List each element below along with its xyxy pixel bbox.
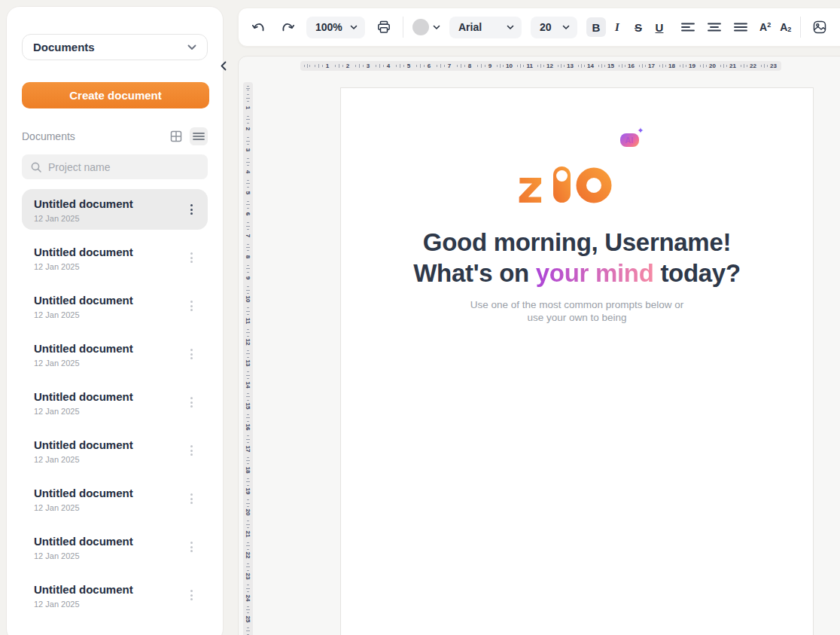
document-title: Untitled document — [34, 438, 133, 453]
greeting-highlight: your mind — [536, 259, 654, 287]
align-left-icon[interactable] — [678, 17, 698, 37]
chevron-down-icon — [187, 44, 196, 50]
sparkle-icon: ✦ — [637, 127, 644, 135]
documents-section-label: Documents — [22, 130, 75, 142]
document-date: 12 Jan 2025 — [34, 551, 133, 560]
document-date: 12 Jan 2025 — [34, 262, 133, 271]
underline-button[interactable]: U — [650, 17, 669, 37]
document-item-text: Untitled document 12 Jan 2025 — [34, 438, 133, 464]
documents-list: Untitled document 12 Jan 2025 Untitled d… — [22, 189, 208, 615]
document-title: Untitled document — [34, 245, 133, 260]
printer-icon[interactable] — [374, 17, 394, 37]
document-date: 12 Jan 2025 — [34, 455, 133, 464]
document-date: 12 Jan 2025 — [34, 600, 133, 609]
document-item-text: Untitled document 12 Jan 2025 — [34, 389, 133, 416]
kebab-menu-icon[interactable] — [186, 442, 197, 459]
chevron-down-icon — [350, 25, 358, 30]
zoom-value: 100% — [315, 21, 342, 33]
document-title: Untitled document — [34, 197, 133, 212]
list-view-icon[interactable] — [190, 127, 208, 145]
align-justify-icon[interactable] — [731, 17, 750, 37]
document-date: 12 Jan 2025 — [34, 407, 133, 416]
font-size-select[interactable]: 20 — [531, 17, 577, 38]
workspace-select-label: Documents — [33, 41, 95, 53]
document-list-item[interactable]: Untitled document 12 Jan 2025 — [22, 430, 208, 471]
grid-view-icon[interactable] — [167, 127, 185, 145]
kebab-menu-icon[interactable] — [186, 298, 197, 314]
search-box — [22, 154, 208, 179]
logo-block: z AI ✦ — [341, 165, 813, 204]
document-title: Untitled document — [34, 293, 133, 308]
document-list-item[interactable]: Untitled document 12 Jan 2025 — [22, 527, 208, 567]
undo-icon[interactable] — [249, 17, 269, 37]
document-item-text: Untitled document 12 Jan 2025 — [34, 293, 133, 319]
text-color-swatch — [412, 19, 429, 35]
superscript-button[interactable]: A2 — [759, 21, 771, 33]
ai-badge-label: AI — [622, 135, 638, 145]
zio-logo: z — [519, 165, 636, 204]
document-date: 12 Jan 2025 — [34, 214, 133, 223]
greeting-line-2: What's on your mind today? — [341, 258, 813, 288]
greeting-heading: Good morning, Username! What's on your m… — [341, 227, 813, 288]
sidebar: Documents Create document Documents Unti… — [6, 6, 224, 635]
image-icon[interactable] — [810, 17, 829, 37]
document-list-item[interactable]: Untitled document 12 Jan 2025 — [22, 237, 208, 278]
document-page[interactable]: z AI ✦ Good morning, Username! What's on… — [340, 87, 814, 635]
font-family-value: Arial — [458, 21, 482, 33]
document-title: Untitled document — [34, 534, 133, 549]
strikethrough-button[interactable]: S — [628, 17, 648, 37]
kebab-menu-icon[interactable] — [186, 249, 197, 266]
kebab-menu-icon[interactable] — [186, 587, 197, 603]
document-date: 12 Jan 2025 — [34, 503, 133, 512]
documents-section-header: Documents — [22, 127, 208, 145]
document-item-text: Untitled document 12 Jan 2025 — [34, 341, 133, 368]
editor-toolbar: 100% Arial 20 B I S U A2 A2 — [238, 8, 840, 47]
sidebar-collapse-button[interactable] — [218, 59, 230, 72]
document-item-text: Untitled document 12 Jan 2025 — [34, 486, 133, 512]
document-date: 12 Jan 2025 — [34, 310, 133, 319]
horizontal-ruler[interactable]: 1234567891011121314151617181920212223 — [300, 61, 781, 71]
document-list-item[interactable]: Untitled document 12 Jan 2025 — [22, 334, 208, 374]
document-date: 12 Jan 2025 — [34, 359, 133, 368]
document-title: Untitled document — [34, 582, 133, 597]
view-toggles — [167, 127, 208, 145]
chevron-down-icon — [433, 25, 440, 30]
kebab-menu-icon[interactable] — [186, 490, 197, 507]
chevron-down-icon — [507, 25, 514, 30]
kebab-menu-icon[interactable] — [186, 346, 197, 362]
editor-canvas: 1234567891011121314151617181920212223 12… — [238, 56, 840, 635]
italic-button[interactable]: I — [607, 17, 627, 37]
document-item-text: Untitled document 12 Jan 2025 — [34, 197, 133, 223]
document-list-item[interactable]: Untitled document 12 Jan 2025 — [22, 189, 208, 230]
document-item-text: Untitled document 12 Jan 2025 — [34, 534, 133, 560]
redo-icon[interactable] — [278, 17, 297, 37]
kebab-menu-icon[interactable] — [186, 539, 197, 555]
zoom-select[interactable]: 100% — [306, 17, 365, 38]
document-list-item[interactable]: Untitled document 12 Jan 2025 — [22, 478, 208, 519]
vertical-ruler[interactable]: 1234567891011121314151617181920212223242… — [243, 82, 253, 635]
workspace-select[interactable]: Documents — [22, 34, 208, 60]
ai-badge: AI ✦ — [620, 133, 639, 147]
document-list-item[interactable]: Untitled document 12 Jan 2025 — [22, 575, 208, 615]
toolbar-divider — [403, 17, 403, 38]
subscript-button[interactable]: A2 — [780, 21, 791, 33]
document-list-item[interactable]: Untitled document 12 Jan 2025 — [22, 285, 208, 326]
document-item-text: Untitled document 12 Jan 2025 — [34, 582, 133, 609]
text-color-picker[interactable] — [412, 19, 440, 35]
search-input[interactable] — [48, 161, 199, 173]
align-center-icon[interactable] — [705, 17, 724, 37]
font-family-select[interactable]: Arial — [449, 17, 522, 38]
svg-text:z: z — [519, 165, 543, 204]
document-list-item[interactable]: Untitled document 12 Jan 2025 — [22, 382, 208, 423]
document-title: Untitled document — [34, 486, 133, 501]
document-title: Untitled document — [34, 389, 133, 405]
kebab-menu-icon[interactable] — [186, 201, 197, 218]
toolbar-divider — [800, 17, 801, 38]
search-icon — [30, 161, 42, 173]
chevron-down-icon — [562, 25, 570, 30]
kebab-menu-icon[interactable] — [186, 394, 197, 411]
document-item-text: Untitled document 12 Jan 2025 — [34, 245, 133, 271]
document-title: Untitled document — [34, 341, 133, 356]
bold-button[interactable]: B — [586, 17, 606, 37]
create-document-button[interactable]: Create document — [22, 82, 209, 108]
